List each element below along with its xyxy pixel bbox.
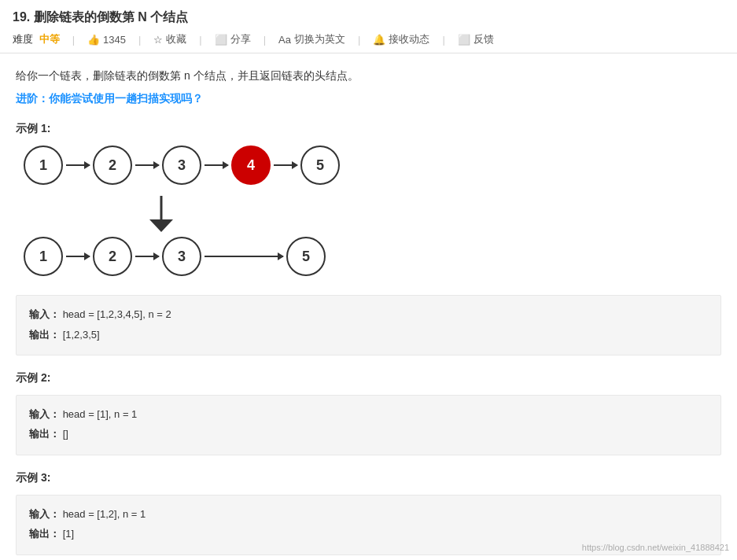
example-2-title: 示例 2: — [16, 371, 721, 385]
toolbar: 难度 中等 | 👍 1345 | ☆ 收藏 | ⬜ 分享 | Aa 切换为英文 … — [13, 32, 724, 46]
arrow-b1 — [66, 256, 90, 257]
diagram-container: 1 2 3 4 5 — [16, 146, 721, 282]
feedback-label: 反馈 — [474, 32, 494, 46]
problem-number: 19. — [13, 10, 30, 24]
node-5-bottom: 5 — [286, 237, 326, 276]
down-arrow-svg — [146, 194, 177, 234]
node-2-bottom: 2 — [93, 237, 132, 276]
feedback-icon: ⬜ — [458, 34, 470, 46]
node-5-top: 5 — [300, 146, 340, 185]
switch-lang-button[interactable]: Aa 切换为英文 — [278, 32, 345, 46]
switch-lang-label: 切换为英文 — [294, 32, 345, 46]
arrow-2 — [135, 164, 159, 166]
example-3-output-label: 输出： — [29, 528, 60, 540]
lang-icon: Aa — [278, 34, 291, 46]
arrow-1 — [66, 164, 90, 166]
thumb-icon: 👍 — [87, 34, 100, 46]
receive-action-button[interactable]: 🔔 接收动态 — [373, 32, 429, 46]
example-2-input-line: 输入： head = [1], n = 1 — [29, 405, 708, 423]
example-2-output-value: [] — [63, 428, 68, 440]
content: 给你一个链表，删除链表的倒数第 n 个结点，并且返回链表的头结点。 进阶：你能尝… — [0, 53, 737, 560]
example-1-output-value: [1,2,3,5] — [63, 329, 100, 341]
example-2-section: 示例 2: 输入： head = [1], n = 1 输出： [] — [16, 371, 721, 455]
like-count: 1345 — [103, 34, 126, 46]
example-1-output-line: 输出： [1,2,3,5] — [29, 326, 708, 344]
example-2-box: 输入： head = [1], n = 1 输出： [] — [16, 395, 721, 455]
example-1-output-label: 输出： — [29, 329, 60, 341]
arrow-3 — [205, 164, 228, 166]
star-icon: ☆ — [153, 34, 163, 46]
share-button[interactable]: ⬜ 分享 — [215, 32, 251, 46]
example-3-input-line: 输入： head = [1,2], n = 1 — [29, 505, 708, 523]
node-3-bottom: 3 — [162, 237, 201, 276]
problem-title: 19. 删除链表的倒数第 N 个结点 — [13, 9, 188, 26]
example-3-output-value: [1] — [63, 528, 74, 540]
watermark: https://blog.csdn.net/weixin_41888421 — [582, 543, 729, 552]
list-row-top: 1 2 3 4 5 — [24, 146, 340, 185]
like-button[interactable]: 👍 1345 — [87, 34, 126, 46]
difficulty-badge: 中等 — [39, 33, 60, 45]
example-1-box: 输入： head = [1,2,3,4,5], n = 2 输出： [1,2,3… — [16, 295, 721, 356]
collect-label: 收藏 — [166, 32, 186, 46]
example-3-output-line: 输出： [1] — [29, 525, 708, 543]
example-1-input-value: head = [1,2,3,4,5], n = 2 — [63, 308, 171, 320]
example-1-input-label: 输入： — [29, 308, 60, 320]
example-3-input-label: 输入： — [29, 508, 60, 520]
example-1-input-line: 输入： head = [1,2,3,4,5], n = 2 — [29, 305, 708, 323]
receive-action-label: 接收动态 — [389, 32, 429, 46]
node-2-top: 2 — [93, 146, 132, 185]
share-label: 分享 — [230, 32, 251, 46]
arrow-b2 — [135, 256, 159, 257]
arrow-b3-long — [205, 256, 283, 257]
example-2-input-value: head = [1], n = 1 — [63, 408, 138, 420]
share-icon: ⬜ — [215, 34, 227, 46]
node-4-top-highlighted: 4 — [231, 146, 271, 185]
advance-tip: 进阶：你能尝试使用一趟扫描实现吗？ — [16, 92, 721, 106]
title-row: 19. 删除链表的倒数第 N 个结点 — [13, 9, 724, 26]
header: 19. 删除链表的倒数第 N 个结点 难度 中等 | 👍 1345 | ☆ 收藏… — [0, 0, 737, 53]
list-row-bottom: 1 2 3 5 — [24, 237, 326, 276]
example-2-output-line: 输出： [] — [29, 425, 708, 443]
collect-button[interactable]: ☆ 收藏 — [153, 32, 186, 46]
example-3-title: 示例 3: — [16, 471, 721, 485]
bell-icon: 🔔 — [373, 34, 385, 46]
example-1-title: 示例 1: — [16, 122, 721, 136]
problem-description: 给你一个链表，删除链表的倒数第 n 个结点，并且返回链表的头结点。 — [16, 66, 721, 86]
example-2-output-label: 输出： — [29, 428, 60, 440]
svg-marker-1 — [149, 219, 173, 232]
difficulty-label: 难度 中等 — [13, 32, 60, 46]
problem-title-text: 删除链表的倒数第 N 个结点 — [34, 10, 188, 24]
feedback-button[interactable]: ⬜ 反馈 — [458, 32, 494, 46]
arrow-4 — [274, 164, 297, 166]
node-1-top: 1 — [24, 146, 63, 185]
example-2-input-label: 输入： — [29, 408, 60, 420]
node-1-bottom: 1 — [24, 237, 63, 276]
example-3-input-value: head = [1,2], n = 1 — [63, 508, 146, 520]
node-3-top: 3 — [162, 146, 201, 185]
example-1-section: 示例 1: 1 2 3 4 5 — [16, 122, 721, 356]
